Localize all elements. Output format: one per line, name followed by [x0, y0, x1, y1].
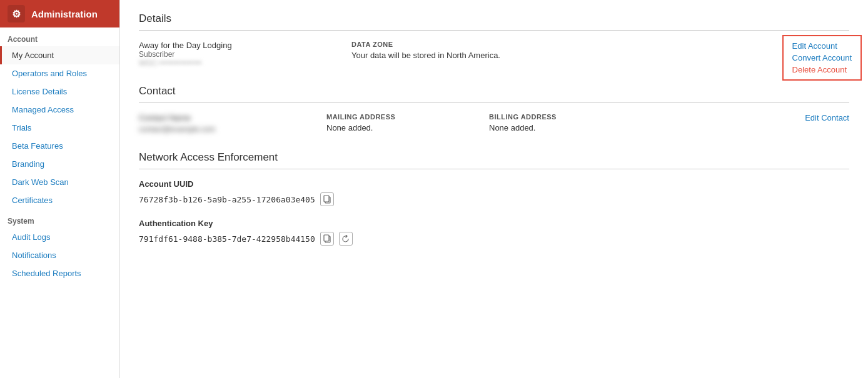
details-row: Away for the Day Lodging Subscriber WGC-…: [139, 41, 849, 67]
sidebar-section-account: Account: [0, 27, 119, 46]
copy-icon-2: [323, 234, 331, 243]
copy-uuid-button[interactable]: [320, 192, 334, 206]
copy-auth-key-button[interactable]: [320, 232, 334, 246]
auth-key-row: 791fdf61-9488-b385-7de7-422958b44150: [139, 232, 849, 246]
network-section: Network Access Enforcement Account UUID …: [139, 151, 849, 246]
uuid-label: Account UUID: [139, 179, 849, 189]
contact-title: Contact: [139, 85, 849, 103]
sidebar-item-dark-web-scan[interactable]: Dark Web Scan: [0, 173, 119, 191]
network-title: Network Access Enforcement: [139, 151, 849, 169]
data-zone-value: Your data will be stored in North Americ…: [351, 51, 539, 60]
company-name: Away for the Day Lodging: [139, 41, 326, 50]
auth-key-label: Authentication Key: [139, 219, 849, 228]
mailing-address-value: None added.: [326, 123, 464, 132]
contact-left: Contact Name contact@example.com: [139, 113, 301, 134]
subscriber-type: Subscriber: [139, 50, 326, 59]
auth-key-subsection: Authentication Key 791fdf61-9488-b385-7d…: [139, 219, 849, 246]
sidebar-section-system: System: [0, 209, 119, 228]
main-content: Edit Account Convert Account Delete Acco…: [120, 0, 868, 378]
gear-icon: ⚙: [8, 5, 25, 22]
details-center: DATA ZONE Your data will be stored in No…: [351, 41, 539, 60]
mailing-address-label: MAILING ADDRESS: [326, 113, 464, 121]
details-left: Away for the Day Lodging Subscriber WGC-…: [139, 41, 326, 67]
edit-contact-link[interactable]: Edit Contact: [805, 113, 849, 122]
refresh-auth-key-button[interactable]: [339, 232, 353, 246]
edit-account-link[interactable]: Edit Account: [792, 41, 852, 51]
sidebar-item-beta-features[interactable]: Beta Features: [0, 137, 119, 155]
details-title: Details: [139, 12, 849, 31]
sidebar-item-certificates[interactable]: Certificates: [0, 191, 119, 209]
sidebar-item-branding[interactable]: Branding: [0, 155, 119, 173]
sidebar: ⚙ Administration Account My Account Oper…: [0, 0, 120, 378]
convert-account-link[interactable]: Convert Account: [792, 53, 852, 62]
sidebar-title: Administration: [31, 9, 98, 19]
delete-account-link[interactable]: Delete Account: [792, 65, 852, 74]
sidebar-item-notifications[interactable]: Notifications: [0, 246, 119, 264]
svg-rect-1: [324, 196, 329, 202]
contact-section: Contact Contact Name contact@example.com…: [139, 85, 849, 134]
refresh-icon: [341, 235, 350, 243]
billing-address-col: BILLING ADDRESS None added.: [489, 113, 627, 132]
uuid-row: 76728f3b-b126-5a9b-a255-17206a03e405: [139, 192, 849, 206]
sidebar-item-license-details[interactable]: License Details: [0, 82, 119, 101]
contact-name: Contact Name: [139, 113, 301, 122]
mailing-address-col: MAILING ADDRESS None added.: [326, 113, 464, 132]
contact-email: contact@example.com: [139, 125, 301, 134]
sidebar-item-my-account[interactable]: My Account: [0, 46, 119, 64]
actions-box: Edit Account Convert Account Delete Acco…: [782, 35, 862, 81]
billing-address-label: BILLING ADDRESS: [489, 113, 627, 121]
auth-key-value: 791fdf61-9488-b385-7de7-422958b44150: [139, 234, 315, 244]
uuid-subsection: Account UUID 76728f3b-b126-5a9b-a255-172…: [139, 179, 849, 206]
sidebar-item-trials[interactable]: Trials: [0, 119, 119, 137]
wgc-id: WGC-••••••••••••••••: [139, 59, 326, 67]
svg-rect-3: [324, 235, 329, 241]
contact-row: Contact Name contact@example.com MAILING…: [139, 113, 849, 134]
sidebar-item-managed-access[interactable]: Managed Access: [0, 101, 119, 119]
sidebar-item-scheduled-reports[interactable]: Scheduled Reports: [0, 264, 119, 282]
data-zone-label: DATA ZONE: [351, 41, 539, 48]
billing-address-value: None added.: [489, 123, 627, 132]
uuid-value: 76728f3b-b126-5a9b-a255-17206a03e405: [139, 195, 315, 204]
sidebar-item-operators-and-roles[interactable]: Operators and Roles: [0, 64, 119, 82]
sidebar-item-audit-logs[interactable]: Audit Logs: [0, 228, 119, 246]
details-section: Details Away for the Day Lodging Subscri…: [139, 12, 849, 67]
sidebar-header: ⚙ Administration: [0, 0, 119, 27]
copy-icon: [323, 195, 331, 204]
